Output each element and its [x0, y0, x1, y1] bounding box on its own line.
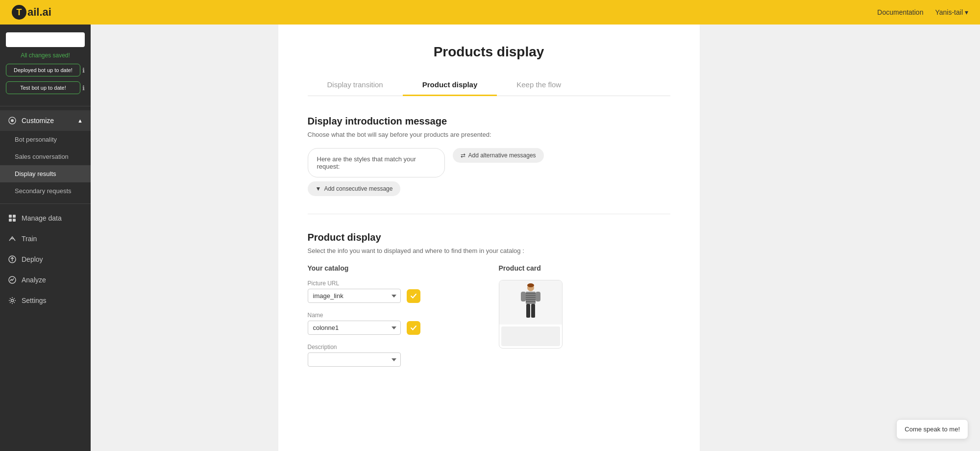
test-bot-button[interactable]: Test bot up to date! [6, 81, 80, 94]
train-icon [8, 234, 17, 243]
intro-section: Display introduction message Choose what… [308, 116, 670, 196]
manage-data-label: Manage data [22, 214, 62, 222]
message-area: Here are the styles that match your requ… [308, 148, 670, 196]
user-menu[interactable]: Yanis-tail ▾ [935, 8, 968, 16]
product-card-label: Product card [499, 264, 670, 272]
product-display-section: Product display Select the info you want… [308, 232, 670, 376]
add-alternative-messages-button[interactable]: ⇄ Add alternative messages [453, 148, 544, 163]
catalog-columns: Your catalog Picture URL image_link [308, 264, 670, 376]
svg-rect-17 [521, 292, 526, 301]
description-field-group: Description [308, 344, 479, 367]
svg-rect-5 [13, 219, 16, 222]
your-catalog-label: Your catalog [308, 264, 479, 272]
tabs-bar: Display transition Product display Keep … [308, 75, 670, 96]
settings-label: Settings [22, 297, 47, 304]
user-name: Yanis-tail [935, 8, 963, 16]
sidebar-item-settings[interactable]: Settings [0, 290, 91, 311]
chevron-down-icon: ▾ [965, 8, 968, 16]
customize-label: Customize [22, 117, 54, 125]
fashion-figure-svg [518, 283, 543, 322]
product-section-title: Product display [308, 232, 670, 243]
tab-product-display[interactable]: Product display [403, 75, 497, 96]
grid-icon [8, 214, 17, 223]
deploy-bot-button[interactable]: Deployed bot up to date! [6, 64, 80, 76]
sidebar-item-customize[interactable]: Customize ▲ [0, 110, 91, 131]
picture-url-label: Picture URL [308, 280, 479, 287]
deploy-info-icon[interactable]: ℹ [82, 67, 85, 74]
section-divider [308, 214, 670, 214]
sidebar-sub-secondary-requests[interactable]: Secondary requests [0, 182, 91, 200]
analyze-icon [8, 276, 17, 284]
picture-url-field-group: Picture URL image_link [308, 280, 479, 303]
train-label: Train [22, 235, 37, 243]
intro-section-title: Display introduction message [308, 116, 670, 127]
chevron-down-icon: ▼ [316, 185, 321, 192]
intro-section-subtitle: Choose what the bot will say before your… [308, 131, 670, 138]
product-section-subtitle: Select the info you want to displayed an… [308, 247, 670, 254]
svg-point-8 [11, 300, 14, 302]
sidebar: All changes saved! Deployed bot up to da… [0, 25, 91, 451]
sidebar-item-train[interactable]: Train [0, 228, 91, 249]
product-card-col: Product card [499, 264, 670, 376]
tab-display-transition[interactable]: Display transition [308, 75, 403, 96]
svg-point-1 [11, 119, 14, 122]
page-title: Products display [308, 44, 670, 60]
product-card-preview [499, 280, 563, 349]
description-label: Description [308, 344, 479, 351]
add-consecutive-message-button[interactable]: ▼ Add consecutive message [308, 181, 401, 196]
chat-bubble[interactable]: Come speak to me! [896, 419, 968, 439]
svg-rect-4 [9, 219, 12, 222]
sidebar-item-deploy[interactable]: Deploy [0, 249, 91, 270]
product-card-text-area [501, 326, 560, 346]
name-field-group: Name colonne1 [308, 312, 479, 335]
svg-rect-19 [526, 304, 530, 318]
shuffle-icon: ⇄ [461, 152, 466, 159]
test-info-icon[interactable]: ℹ [82, 84, 85, 92]
logo-text: ail.ai [27, 6, 51, 19]
svg-rect-2 [9, 215, 12, 218]
logo-icon: T [12, 5, 26, 20]
main-content: Products display Display transition Prod… [91, 25, 887, 451]
name-toggle[interactable] [407, 321, 420, 335]
deploy-label: Deploy [22, 255, 43, 263]
top-header: T ail.ai Documentation Yanis-tail ▾ [0, 0, 980, 25]
documentation-link[interactable]: Documentation [877, 8, 923, 16]
description-select[interactable] [308, 352, 401, 367]
sidebar-item-manage-data[interactable]: Manage data [0, 208, 91, 228]
analyze-label: Analyze [22, 276, 46, 284]
sidebar-item-analyze[interactable]: Analyze [0, 270, 91, 290]
logo[interactable]: T ail.ai [12, 5, 51, 20]
right-panel [887, 25, 980, 451]
name-label: Name [308, 312, 479, 319]
sidebar-sub-display-results[interactable]: Display results [0, 165, 91, 182]
picture-url-select[interactable]: image_link [308, 289, 401, 303]
sidebar-divider-2 [0, 203, 91, 204]
customize-icon [8, 116, 17, 125]
deploy-icon [8, 255, 17, 264]
sidebar-sub-sales-conversation[interactable]: Sales conversation [0, 148, 91, 165]
svg-rect-18 [536, 292, 540, 301]
collapse-icon: ▲ [77, 118, 83, 124]
picture-url-toggle[interactable] [407, 289, 420, 303]
sidebar-divider [0, 106, 91, 106]
your-catalog-col: Your catalog Picture URL image_link [308, 264, 479, 376]
message-box[interactable]: Here are the styles that match your requ… [308, 148, 445, 177]
sidebar-search-input[interactable] [6, 32, 85, 47]
svg-point-10 [527, 283, 534, 287]
svg-rect-3 [13, 215, 16, 218]
saved-status: All changes saved! [6, 52, 85, 59]
sidebar-sub-bot-personality[interactable]: Bot personality [0, 131, 91, 148]
name-select[interactable]: colonne1 [308, 321, 401, 335]
settings-icon [8, 296, 17, 305]
svg-rect-20 [531, 304, 535, 318]
header-right: Documentation Yanis-tail ▾ [877, 8, 968, 16]
product-card-image [499, 280, 562, 325]
tab-keep-flow[interactable]: Keep the flow [497, 75, 581, 96]
